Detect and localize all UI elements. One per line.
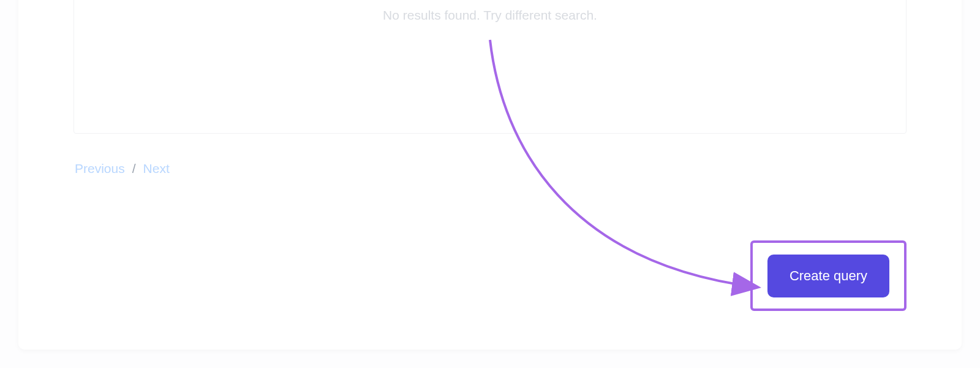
previous-link[interactable]: Previous: [75, 161, 125, 176]
create-query-button[interactable]: Create query: [767, 255, 889, 297]
empty-results-message: No results found. Try different search.: [74, 8, 906, 23]
results-panel: No results found. Try different search.: [74, 0, 907, 134]
pagination-controls: Previous / Next: [75, 161, 170, 176]
content-card: No results found. Try different search. …: [18, 0, 962, 350]
annotation-highlight-box: Create query: [750, 240, 907, 311]
next-link[interactable]: Next: [143, 161, 170, 176]
pagination-separator: /: [132, 161, 136, 176]
